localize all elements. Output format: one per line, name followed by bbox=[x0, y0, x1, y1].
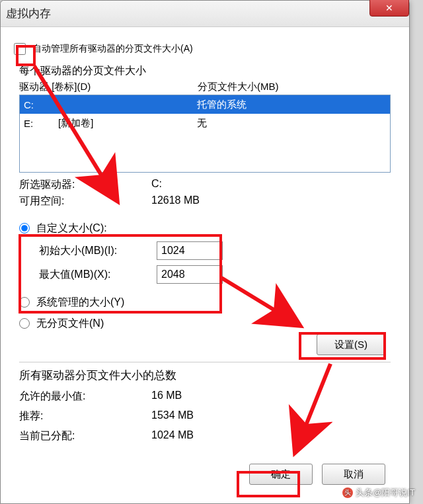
watermark-text: 头条@阳哥说IT bbox=[356, 487, 415, 499]
max-size-input[interactable] bbox=[157, 265, 223, 284]
system-managed-radio-row[interactable]: 系统管理的大小(Y) bbox=[19, 292, 397, 313]
col-drive-label: 驱动器 [卷标](D) bbox=[19, 81, 198, 93]
custom-size-label: 自定义大小(C): bbox=[36, 222, 107, 235]
system-managed-label: 系统管理的大小(Y) bbox=[36, 296, 124, 310]
current-label: 当前已分配: bbox=[19, 429, 151, 449]
drive-row[interactable]: E: [新加卷] 无 bbox=[20, 114, 390, 132]
min-allowed-row: 允许的最小值: 16 MB bbox=[19, 390, 397, 409]
drive-volume: [新加卷] bbox=[58, 117, 197, 130]
free-space-value: 12618 MB bbox=[151, 194, 200, 208]
selected-drive-value: C: bbox=[151, 178, 162, 192]
auto-manage-checkbox[interactable] bbox=[14, 43, 26, 55]
divider bbox=[19, 362, 391, 362]
set-button-row: 设置(S) bbox=[13, 334, 385, 355]
recommended-label: 推荐: bbox=[19, 409, 151, 429]
recommended-value: 1534 MB bbox=[151, 409, 194, 429]
titlebar[interactable]: 虚拟内存 bbox=[1, 1, 409, 27]
virtual-memory-dialog: 虚拟内存 自动管理所有驱动器的分页文件大小(A) 每个驱动器的分页文件大小 驱动… bbox=[0, 0, 410, 504]
current-value: 1024 MB bbox=[151, 429, 194, 449]
custom-size-radio[interactable] bbox=[19, 223, 30, 233]
no-paging-radio[interactable] bbox=[19, 318, 30, 329]
initial-size-input[interactable] bbox=[157, 241, 223, 260]
cancel-button[interactable]: 取消 bbox=[322, 464, 385, 485]
totals-label: 所有驱动器分页文件大小的总数 bbox=[19, 368, 397, 383]
custom-size-radio-row[interactable]: 自定义大小(C): bbox=[19, 218, 397, 239]
auto-manage-checkbox-row[interactable]: 自动管理所有驱动器的分页文件大小(A) bbox=[13, 40, 397, 58]
initial-size-label: 初始大小(MB)(I): bbox=[39, 244, 157, 258]
selected-drive-label: 所选驱动器: bbox=[19, 178, 151, 192]
system-managed-radio[interactable] bbox=[19, 297, 30, 308]
watermark-icon: 头 bbox=[342, 487, 353, 498]
per-drive-label: 每个驱动器的分页文件大小 bbox=[19, 64, 397, 78]
drive-paging: 无 bbox=[197, 117, 207, 130]
free-space-row: 可用空间: 12618 MB bbox=[19, 194, 397, 208]
max-size-row: 最大值(MB)(X): bbox=[39, 263, 397, 286]
free-space-label: 可用空间: bbox=[19, 194, 151, 208]
no-paging-radio-row[interactable]: 无分页文件(N) bbox=[19, 313, 397, 334]
drive-letter: C: bbox=[24, 99, 58, 110]
initial-size-row: 初始大小(MB)(I): bbox=[39, 239, 397, 263]
set-button[interactable]: 设置(S) bbox=[317, 334, 385, 355]
col-paging-label: 分页文件大小(MB) bbox=[198, 81, 279, 93]
window-title: 虚拟内存 bbox=[6, 6, 51, 21]
content-area: 自动管理所有驱动器的分页文件大小(A) 每个驱动器的分页文件大小 驱动器 [卷标… bbox=[1, 27, 409, 485]
drive-list[interactable]: C: 托管的系统 E: [新加卷] 无 bbox=[19, 95, 391, 173]
drive-letter: E: bbox=[24, 118, 58, 129]
size-options: 自定义大小(C): 初始大小(MB)(I): 最大值(MB)(X): 系统管理的… bbox=[19, 218, 397, 334]
button-bar: 确定 取消 bbox=[13, 464, 385, 485]
drive-paging: 托管的系统 bbox=[197, 99, 247, 111]
selected-drive-row: 所选驱动器: C: bbox=[19, 178, 397, 192]
current-row: 当前已分配: 1024 MB bbox=[19, 429, 397, 449]
drive-row[interactable]: C: 托管的系统 bbox=[20, 95, 390, 114]
watermark: 头 头条@阳哥说IT bbox=[342, 487, 415, 499]
ok-button[interactable]: 确定 bbox=[249, 464, 313, 485]
auto-manage-label: 自动管理所有驱动器的分页文件大小(A) bbox=[32, 43, 193, 55]
no-paging-label: 无分页文件(N) bbox=[36, 317, 104, 331]
min-allowed-label: 允许的最小值: bbox=[19, 390, 151, 409]
close-button[interactable] bbox=[369, 0, 409, 17]
min-allowed-value: 16 MB bbox=[151, 390, 182, 409]
recommended-row: 推荐: 1534 MB bbox=[19, 409, 397, 429]
column-headers: 驱动器 [卷标](D) 分页文件大小(MB) bbox=[19, 81, 397, 93]
max-size-label: 最大值(MB)(X): bbox=[39, 268, 157, 282]
